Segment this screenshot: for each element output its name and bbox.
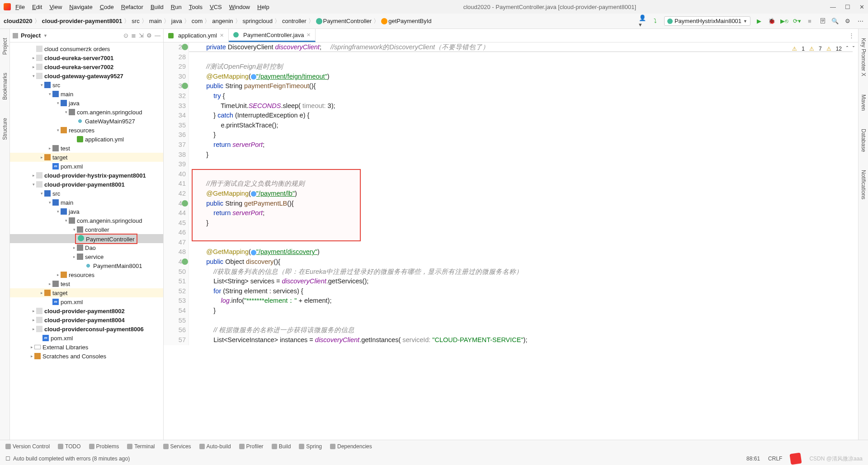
gutter-line[interactable]: 28 [164, 52, 189, 62]
chevron-up-icon[interactable]: ˆ [846, 44, 848, 54]
bottom-profiler[interactable]: Profiler [239, 443, 264, 450]
hide-icon[interactable]: — [155, 32, 160, 39]
tree-row-22[interactable]: ▸Dao [10, 243, 163, 252]
crumb-6[interactable]: angenin [212, 18, 233, 24]
caret-position[interactable]: 88:61 [746, 456, 760, 462]
maximize-button[interactable]: ☐ [845, 4, 850, 10]
code-line[interactable]: public Object discovery(){ [192, 257, 853, 267]
collapse-all-icon[interactable]: ⇲ [139, 32, 144, 39]
code-line[interactable]: log.info("*******element：" + element); [192, 296, 853, 306]
debug-button[interactable]: 🐞 [768, 17, 776, 25]
left-strip-structure[interactable]: Structure [2, 118, 8, 140]
code-line[interactable]: } [192, 150, 853, 160]
code-line[interactable] [192, 160, 853, 169]
gutter-run-icon[interactable] [182, 200, 188, 207]
gutter[interactable]: 2728293031323334353637383940414243444546… [164, 42, 189, 345]
tree-row-23[interactable]: ▸service [10, 252, 163, 261]
gutter-line[interactable]: 32 [164, 91, 189, 101]
gutter-line[interactable]: 34 [164, 111, 189, 121]
code-line[interactable] [192, 52, 853, 62]
tree-row-15[interactable]: ▾cloud-provider-payment8001 [10, 180, 163, 189]
gutter-line[interactable]: 29 [164, 62, 189, 72]
code-line[interactable]: } [192, 130, 853, 140]
bottom-services[interactable]: Services [163, 443, 191, 450]
minimize-button[interactable]: — [830, 4, 836, 10]
tree-row-8[interactable]: GateWayMain9527 [10, 117, 163, 126]
select-opened-icon[interactable]: ⊙ [123, 32, 128, 39]
left-strip-project[interactable]: Project [2, 38, 8, 55]
gutter-line[interactable]: 48 [164, 247, 189, 257]
tree-row-16[interactable]: ▾src [10, 189, 163, 198]
tabs-more-icon[interactable]: ⋮ [845, 32, 858, 39]
code-editor[interactable]: ⚠1 ⚠7 ⚠12 ˆ ˇ 27282930313233343536373839… [164, 42, 858, 440]
tree-row-12[interactable]: ▸target [10, 153, 163, 162]
search-icon[interactable]: 🔍 [831, 17, 839, 25]
gutter-line[interactable]: 36 [164, 130, 189, 140]
crumb-0[interactable]: cloud2020 [4, 18, 33, 24]
gutter-line[interactable]: 45 [164, 218, 189, 228]
users-icon[interactable]: 👤▾ [639, 17, 647, 25]
gutter-line[interactable]: 33 [164, 101, 189, 111]
menu-refactor[interactable]: Refactor [121, 4, 143, 10]
code-line[interactable]: for (String element : services) { [192, 287, 853, 296]
gutter-line[interactable]: 46 [164, 228, 189, 238]
tree-row-0[interactable]: cloud consumerzk orders [10, 44, 163, 53]
settings-icon[interactable]: ⚙ [844, 17, 852, 25]
tree-row-18[interactable]: ▾java [10, 207, 163, 216]
code-line[interactable]: // 根据微服务的名称进一步获得该微服务的信息 [192, 325, 853, 335]
gutter-line[interactable]: 30 [164, 72, 189, 82]
project-title[interactable]: Project [21, 32, 41, 39]
editor-tab-1[interactable]: PaymentController.java✕ [229, 29, 316, 42]
tree-row-30[interactable]: ▸cloud-provider-payment8004 [10, 315, 163, 324]
chevron-down-icon[interactable]: ▼ [43, 33, 47, 38]
menu-navigate[interactable]: Navigate [69, 4, 92, 10]
menu-run[interactable]: Run [171, 4, 182, 10]
menu-file[interactable]: File [15, 4, 25, 10]
editor-tab-0[interactable]: application.yml✕ [164, 29, 229, 42]
tree-row-7[interactable]: ▾com.angenin.springcloud [10, 108, 163, 117]
bottom-build[interactable]: Build [272, 443, 291, 450]
bottom-problems[interactable]: Problems [89, 443, 119, 450]
code-line[interactable]: //测试OpenFeign超时控制 [192, 62, 853, 72]
tree-row-9[interactable]: ▾resources [10, 126, 163, 135]
right-strip-notifications[interactable]: Notifications [860, 170, 867, 199]
menu-help[interactable]: Help [257, 4, 269, 10]
gutter-line[interactable]: 55 [164, 316, 189, 326]
run-button[interactable]: ▶ [755, 17, 763, 25]
tree-row-17[interactable]: ▾main [10, 198, 163, 207]
coverage-button[interactable]: ▶⎋ [780, 17, 788, 25]
tree-row-19[interactable]: ▾com.angenin.springcloud [10, 216, 163, 225]
code-line[interactable]: List<String> services = discoveryClient.… [192, 277, 853, 287]
stop-button[interactable]: ■ [806, 17, 814, 25]
code-line[interactable]: @GetMapping("/payment/feign/timeout") [192, 72, 853, 82]
code-line[interactable] [192, 316, 853, 326]
crumb-7[interactable]: springcloud [243, 18, 273, 24]
tree-row-20[interactable]: ▾controller [10, 225, 163, 234]
code-line[interactable]: @GetMapping("/payment/discovery") [192, 247, 853, 257]
gutter-run-icon[interactable] [182, 44, 188, 50]
gutter-line[interactable]: 50 [164, 267, 189, 277]
bottom-todo[interactable]: TODO [58, 443, 80, 450]
code-line[interactable]: public String paymentFeignTimeout(){ [192, 81, 853, 91]
tree-row-3[interactable]: ▾cloud-gateway-gateway9527 [10, 71, 163, 80]
translate-icon[interactable]: 🈂 [818, 17, 826, 25]
gutter-line[interactable]: 53 [164, 296, 189, 306]
tree-row-34[interactable]: ▸Scratches and Consoles [10, 352, 163, 361]
chevron-down-icon[interactable]: ˇ [853, 44, 854, 54]
expand-all-icon[interactable]: ≣ [131, 32, 136, 39]
tree-row-5[interactable]: ▾main [10, 89, 163, 99]
gutter-line[interactable]: 47 [164, 238, 189, 248]
build-hammer-icon[interactable]: ⤵ [651, 17, 660, 25]
crumb-5[interactable]: com [192, 18, 203, 24]
tree-row-13[interactable]: mpom.xml [10, 162, 163, 171]
crumb-1[interactable]: cloud-provider-payment8001 [42, 18, 123, 24]
project-tree[interactable]: cloud consumerzk orders▸cloud-eureka-ser… [10, 42, 163, 440]
crumb-9[interactable]: PaymentController [316, 18, 372, 25]
bottom-version-control[interactable]: Version Control [5, 443, 50, 450]
close-button[interactable]: ✕ [859, 4, 864, 10]
right-strip-key-promoter-x[interactable]: Key Promoter X [860, 38, 867, 76]
inspection-overlay[interactable]: ⚠1 ⚠7 ⚠12 ˆ ˇ [792, 44, 854, 54]
breadcrumbs[interactable]: cloud2020〉cloud-provider-payment8001〉src… [4, 17, 432, 25]
profile-button[interactable]: ⟳▾ [793, 17, 801, 25]
left-strip-bookmarks[interactable]: Bookmarks [2, 73, 8, 100]
